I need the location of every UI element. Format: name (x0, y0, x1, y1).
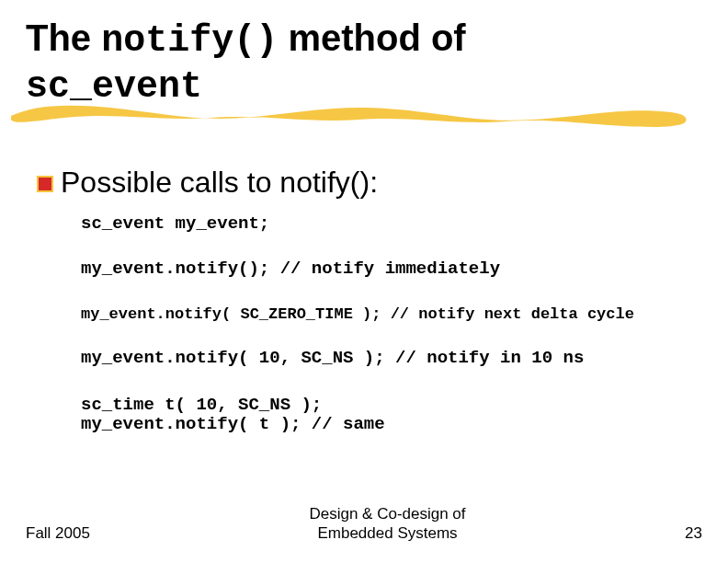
code-line: my_event.notify( SC_ZERO_TIME ); // noti… (81, 305, 702, 323)
footer-center-line2: Embedded Systems (317, 524, 457, 542)
title-text-1: The (26, 17, 101, 58)
code-line: my_event.notify(); // notify immediately (81, 259, 702, 279)
code-block: sc_event my_event; my_event.notify(); //… (26, 214, 702, 434)
footer: Fall 2005 Design & Co-design of Embedded… (26, 505, 702, 543)
code-line: sc_time t( 10, SC_NS ); (81, 396, 702, 415)
code-line: my_event.notify( 10, SC_NS ); // notify … (81, 349, 702, 368)
footer-center: Design & Co-design of Embedded Systems (127, 505, 648, 543)
footer-center-line1: Design & Co-design of (309, 505, 465, 523)
svg-rect-0 (38, 177, 52, 191)
title-text-2: method of (278, 17, 465, 58)
footer-left: Fall 2005 (26, 524, 90, 543)
bullet-item: Possible calls to notify(): (26, 166, 702, 200)
footer-page-number: 23 (685, 524, 702, 543)
title-code-1: notify() (101, 20, 278, 62)
code-line: sc_event my_event; (81, 214, 702, 234)
bullet-text: Possible calls to notify(): (61, 166, 378, 200)
slide-title: The notify() method of sc_event (26, 17, 702, 109)
slide: The notify() method of sc_event Possible… (0, 0, 728, 563)
title-code-2: sc_event (26, 66, 202, 108)
code-line: my_event.notify( t ); // same (81, 415, 702, 434)
square-bullet-icon (35, 174, 55, 194)
